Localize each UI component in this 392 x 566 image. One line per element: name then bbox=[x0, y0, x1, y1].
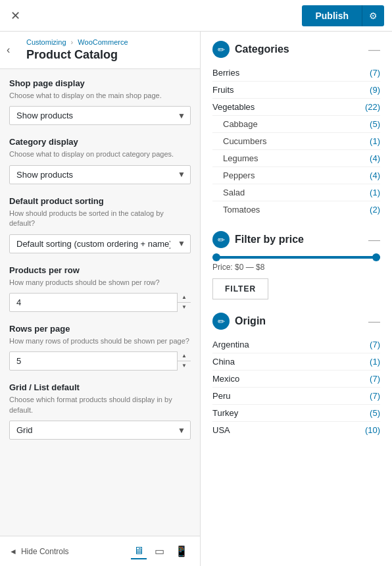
categories-header: ✏ Categories — bbox=[212, 41, 380, 58]
back-button[interactable]: ‹ bbox=[7, 44, 10, 56]
breadcrumb: Customizing › WooCommerce bbox=[26, 38, 191, 46]
select-wrapper-default-sorting: Default sorting (custom ordering + name)… bbox=[9, 234, 191, 253]
hide-controls-label: Hide Controls bbox=[21, 547, 69, 556]
category-count: (5) bbox=[370, 119, 380, 129]
list-item[interactable]: Cabbage(5) bbox=[212, 116, 380, 133]
category-count: (2) bbox=[370, 205, 380, 215]
section-desc-category-display: Choose what to display on product catego… bbox=[9, 149, 191, 159]
select-category-display[interactable]: Show productsShow subcategoriesShow subc… bbox=[9, 165, 191, 184]
list-item[interactable]: Tomatoes(2) bbox=[212, 201, 380, 218]
category-name: Berries bbox=[212, 68, 239, 78]
panel-header: ‹ Customizing › WooCommerce Product Cata… bbox=[0, 32, 200, 69]
origin-list: Argentina(7)China(1)Mexico(7)Peru(7)Turk… bbox=[212, 336, 380, 438]
origin-name: USA bbox=[212, 425, 230, 435]
section-title-products-per-row: Products per row bbox=[9, 265, 191, 275]
category-count: (22) bbox=[365, 102, 380, 112]
category-list: Berries(7)Fruits(9)Vegetables(22)Cabbage… bbox=[212, 64, 380, 218]
list-item[interactable]: Fruits(9) bbox=[212, 82, 380, 99]
number-input-products-per-row[interactable] bbox=[9, 293, 191, 312]
spinner-down-products-per-row[interactable]: ▼ bbox=[178, 303, 191, 312]
mobile-device-button[interactable]: 📱 bbox=[172, 544, 191, 559]
list-item[interactable]: USA(10) bbox=[212, 422, 380, 438]
input-wrapper-rows-per-page: ▲▼ bbox=[9, 351, 191, 371]
filter-price-collapse-button[interactable]: — bbox=[368, 233, 380, 247]
list-item[interactable]: Vegetables(22) bbox=[212, 99, 380, 116]
section-title-rows-per-page: Rows per page bbox=[9, 324, 191, 334]
select-default-sorting[interactable]: Default sorting (custom ordering + name)… bbox=[9, 234, 191, 253]
select-grid-list[interactable]: GridList bbox=[9, 421, 191, 440]
arrow-left-icon: ◄ bbox=[9, 547, 17, 556]
origin-name: Argentina bbox=[212, 340, 249, 349]
origin-count: (7) bbox=[370, 374, 380, 384]
list-item[interactable]: Turkey(5) bbox=[212, 405, 380, 422]
list-item[interactable]: China(1) bbox=[212, 353, 380, 371]
origin-widget: ✏ Origin — Argentina(7)China(1)Mexico(7)… bbox=[212, 313, 380, 438]
publish-button[interactable]: Publish bbox=[302, 5, 362, 26]
main-layout: ‹ Customizing › WooCommerce Product Cata… bbox=[0, 32, 392, 566]
list-item[interactable]: Berries(7) bbox=[212, 64, 380, 82]
category-name: Vegetables bbox=[212, 102, 255, 112]
list-item[interactable]: Cucumbers(1) bbox=[212, 133, 380, 150]
filter-price-widget: ✏ Filter by price — Price: $0 — $8 FILTE… bbox=[212, 231, 380, 299]
breadcrumb-separator: › bbox=[71, 38, 74, 46]
category-count: (1) bbox=[370, 136, 380, 146]
price-handle-left[interactable] bbox=[212, 253, 220, 261]
list-item[interactable]: Peppers(4) bbox=[212, 167, 380, 184]
tablet-device-button[interactable]: ▭ bbox=[152, 544, 167, 559]
filter-price-title-group: ✏ Filter by price bbox=[212, 231, 304, 248]
list-item[interactable]: Legumes(4) bbox=[212, 150, 380, 167]
number-input-rows-per-page[interactable] bbox=[9, 351, 191, 371]
category-name: Tomatoes bbox=[223, 205, 260, 215]
spinner-up-rows-per-page[interactable]: ▲ bbox=[178, 351, 191, 361]
list-item[interactable]: Argentina(7) bbox=[212, 336, 380, 353]
origin-title-group: ✏ Origin bbox=[212, 313, 266, 330]
list-item[interactable]: Mexico(7) bbox=[212, 371, 380, 388]
price-label: Price: $0 — $8 bbox=[212, 263, 380, 272]
hide-controls-button[interactable]: ◄ Hide Controls bbox=[9, 547, 69, 556]
select-wrapper-grid-list: GridList▼ bbox=[9, 421, 191, 440]
section-desc-grid-list: Choose which format products should disp… bbox=[9, 395, 191, 415]
bottom-bar: ◄ Hide Controls 🖥 ▭ 📱 bbox=[0, 536, 200, 566]
spinners-products-per-row: ▲▼ bbox=[177, 293, 191, 312]
filter-price-title: Filter by price bbox=[235, 234, 304, 245]
section-desc-shop-display: Choose what to display on the main shop … bbox=[9, 91, 191, 101]
list-item[interactable]: Salad(1) bbox=[212, 184, 380, 201]
section-desc-rows-per-page: How many rows of products should be show… bbox=[9, 336, 191, 346]
origin-name: Mexico bbox=[212, 374, 239, 384]
category-count: (4) bbox=[370, 170, 380, 180]
input-wrapper-products-per-row: ▲▼ bbox=[9, 293, 191, 312]
category-name: Cucumbers bbox=[223, 136, 266, 146]
price-handle-right[interactable] bbox=[372, 253, 380, 261]
category-name: Salad bbox=[223, 188, 245, 197]
origin-header: ✏ Origin — bbox=[212, 313, 380, 330]
select-wrapper-shop-display: Show productsShow categoriesShow categor… bbox=[9, 106, 191, 125]
top-bar: ✕ Publish ⚙ bbox=[0, 0, 392, 32]
origin-count: (1) bbox=[370, 357, 380, 367]
spinner-down-rows-per-page[interactable]: ▼ bbox=[178, 361, 191, 371]
categories-collapse-button[interactable]: — bbox=[368, 43, 380, 57]
select-wrapper-category-display: Show productsShow subcategoriesShow subc… bbox=[9, 165, 191, 184]
origin-icon: ✏ bbox=[212, 313, 230, 330]
price-range-bar[interactable] bbox=[212, 256, 380, 259]
breadcrumb-woocommerce[interactable]: WooCommerce bbox=[78, 38, 128, 46]
category-count: (4) bbox=[370, 153, 380, 163]
select-shop-display[interactable]: Show productsShow categoriesShow categor… bbox=[9, 106, 191, 125]
filter-price-icon: ✏ bbox=[212, 231, 230, 248]
categories-title: Categories bbox=[235, 43, 289, 55]
origin-title: Origin bbox=[235, 315, 266, 327]
filter-button[interactable]: FILTER bbox=[212, 278, 268, 299]
breadcrumb-customizing[interactable]: Customizing bbox=[26, 38, 66, 46]
category-name: Cabbage bbox=[223, 119, 258, 129]
close-button[interactable]: ✕ bbox=[8, 6, 23, 26]
list-item[interactable]: Peru(7) bbox=[212, 388, 380, 405]
desktop-device-button[interactable]: 🖥 bbox=[131, 544, 147, 559]
spinner-up-products-per-row[interactable]: ▲ bbox=[178, 293, 191, 303]
category-count: (7) bbox=[370, 68, 380, 78]
origin-name: Turkey bbox=[212, 408, 238, 418]
section-title-category-display: Category display bbox=[9, 137, 191, 147]
category-count: (9) bbox=[370, 85, 380, 95]
settings-button[interactable]: ⚙ bbox=[362, 5, 384, 26]
origin-name: Peru bbox=[212, 391, 230, 401]
origin-collapse-button[interactable]: — bbox=[368, 315, 380, 328]
origin-name: China bbox=[212, 357, 235, 367]
